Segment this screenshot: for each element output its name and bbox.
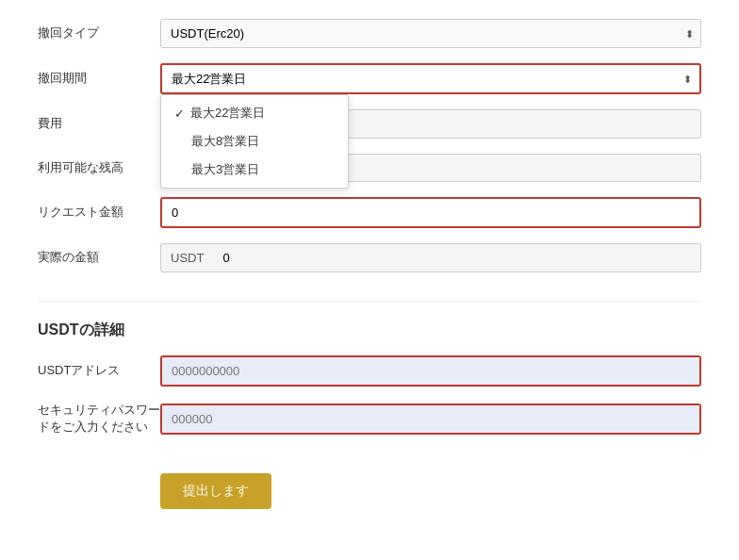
withdrawal-type-select[interactable]: USDT(Erc20)	[160, 19, 701, 48]
withdrawal-period-select[interactable]: 最大22営業日	[162, 65, 699, 92]
usdt-address-input[interactable]	[162, 357, 699, 385]
actual-amount-input[interactable]	[213, 243, 701, 272]
available-balance-label: 利用可能な残高	[38, 159, 160, 176]
dropdown-option-1[interactable]: 最大22営業日	[161, 99, 348, 127]
security-password-input[interactable]	[162, 405, 699, 433]
security-password-label: セキュリティパスワードをご入力ください	[38, 402, 160, 436]
currency-label: USDT	[160, 243, 213, 272]
request-amount-label: リクエスト金額	[38, 204, 160, 221]
request-amount-input[interactable]	[162, 199, 699, 226]
section-divider	[38, 301, 701, 302]
dropdown-option-3[interactable]: 最大3営業日	[161, 156, 348, 184]
usdt-address-label: USDTアドレス	[38, 362, 160, 379]
submit-button-container: 提出します	[38, 464, 701, 509]
dropdown-option-2[interactable]: 最大8営業日	[161, 127, 348, 156]
fee-label: 費用	[38, 115, 160, 132]
period-dropdown: 最大22営業日 最大8営業日 最大3営業日	[160, 94, 349, 189]
usdt-section-title: USDTの詳細	[38, 321, 701, 340]
submit-button[interactable]: 提出します	[160, 473, 271, 509]
actual-amount-label: 実際の金額	[38, 249, 160, 266]
withdrawal-period-label: 撤回期間	[38, 70, 160, 87]
withdrawal-type-label: 撤回タイプ	[38, 25, 160, 41]
actual-amount-container: USDT	[160, 243, 701, 272]
